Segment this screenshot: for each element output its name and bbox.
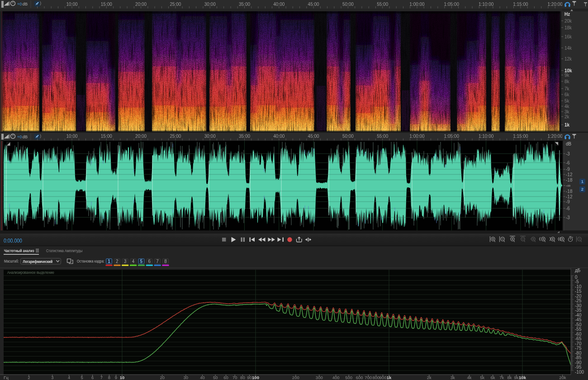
svg-text:9k: 9k [564, 73, 570, 78]
svg-text:6k: 6k [564, 92, 570, 97]
svg-text:): ) [40, 133, 41, 138]
svg-text:3k: 3k [564, 109, 570, 114]
svg-text:1:00:00: 1:00:00 [409, 134, 425, 139]
svg-text:дБ: дБ [575, 268, 581, 273]
svg-text:55:00: 55:00 [377, 134, 388, 139]
svg-text:18k: 18k [564, 25, 572, 30]
svg-text:dB: dB [23, 134, 28, 139]
svg-text:30:00: 30:00 [204, 134, 216, 139]
svg-text:3: 3 [124, 259, 127, 264]
svg-text:-90: -90 [575, 360, 582, 365]
svg-text:-20: -20 [575, 294, 582, 299]
svg-text:1: 1 [581, 179, 584, 184]
svg-text:16k: 16k [564, 34, 572, 39]
svg-text:-35: -35 [575, 308, 582, 313]
svg-text:50:00: 50:00 [342, 2, 354, 7]
svg-text:-55: -55 [575, 327, 582, 332]
svg-text:1: 1 [108, 259, 110, 264]
svg-text:5k: 5k [564, 99, 570, 103]
svg-text:1:15:00: 1:15:00 [513, 2, 528, 7]
svg-text:-15: -15 [575, 289, 582, 294]
svg-text:20:00: 20:00 [135, 134, 147, 139]
svg-text:1:10:00: 1:10:00 [479, 134, 494, 139]
svg-text:Hz: Hz [564, 12, 570, 17]
svg-text:7: 7 [156, 259, 159, 264]
svg-text:-65: -65 [575, 336, 582, 341]
svg-text:-9: -9 [566, 199, 570, 204]
svg-text:1:20:00: 1:20:00 [548, 134, 563, 139]
svg-text:-50: -50 [575, 322, 582, 327]
svg-text:1:00:00: 1:00:00 [409, 2, 425, 7]
svg-text:-95: -95 [575, 365, 582, 370]
svg-text:45:00: 45:00 [308, 134, 319, 139]
svg-text:-∞: -∞ [566, 183, 570, 188]
svg-text:-80: -80 [575, 351, 582, 356]
svg-text:Логарифмический: Логарифмический [23, 259, 53, 264]
svg-text:-12: -12 [566, 172, 573, 177]
svg-text:-10: -10 [575, 284, 582, 289]
svg-text:-12: -12 [566, 194, 573, 199]
svg-text:dB: dB [566, 141, 572, 146]
svg-text:35:00: 35:00 [239, 2, 250, 7]
svg-text:2: 2 [116, 259, 119, 264]
svg-text:1:05:00: 1:05:00 [444, 134, 460, 139]
svg-text:0:00.000: 0:00.000 [4, 237, 22, 244]
svg-text:-30: -30 [575, 303, 582, 308]
svg-text:+0: +0 [17, 134, 22, 139]
svg-text:20:00: 20:00 [135, 2, 147, 7]
svg-text:15:00: 15:00 [101, 134, 112, 139]
svg-text:6: 6 [148, 259, 151, 264]
svg-text:Гц: Гц [4, 375, 9, 380]
svg-text:-6: -6 [566, 160, 570, 165]
svg-text:10:00: 10:00 [66, 134, 77, 139]
svg-text:-6: -6 [566, 206, 570, 211]
svg-text:7k: 7k [564, 86, 570, 91]
svg-text:+0: +0 [17, 1, 22, 6]
svg-text:-18: -18 [566, 178, 573, 183]
svg-text:0: 0 [575, 275, 578, 280]
svg-text:50:00: 50:00 [342, 134, 354, 139]
svg-text:45:00: 45:00 [308, 2, 319, 7]
svg-text:-60: -60 [575, 332, 582, 337]
svg-text:-70: -70 [575, 341, 582, 346]
svg-text:5: 5 [140, 259, 143, 264]
svg-text:Анализированное выделение: Анализированное выделение [7, 270, 54, 275]
svg-text:55:00: 55:00 [377, 2, 388, 7]
svg-text:2k: 2k [564, 114, 570, 119]
svg-text:20k: 20k [564, 19, 572, 23]
svg-text:Масштаб:: Масштаб: [4, 258, 19, 263]
svg-text:1:05:00: 1:05:00 [444, 2, 460, 7]
svg-text:-85: -85 [575, 355, 582, 360]
svg-text:-25: -25 [575, 298, 582, 303]
svg-text:4: 4 [132, 259, 135, 264]
svg-text:25:00: 25:00 [170, 2, 181, 7]
svg-text:-100: -100 [575, 370, 584, 375]
svg-text:14k: 14k [564, 46, 572, 51]
svg-text:4k: 4k [564, 104, 570, 109]
svg-text:1k: 1k [564, 122, 570, 127]
svg-text:-3: -3 [566, 215, 570, 220]
svg-text:-45: -45 [575, 317, 582, 322]
svg-text:dB: dB [23, 1, 28, 6]
svg-text:10:00: 10:00 [66, 2, 77, 7]
svg-text:-40: -40 [575, 313, 582, 318]
svg-text:15:00: 15:00 [101, 2, 112, 7]
svg-text:2: 2 [581, 187, 583, 192]
svg-text:25:00: 25:00 [170, 134, 181, 139]
svg-text:-9: -9 [566, 167, 570, 172]
svg-text:40:00: 40:00 [273, 134, 285, 139]
svg-text:): ) [40, 0, 41, 5]
svg-text:Частотный анализ: Частотный анализ [4, 248, 34, 253]
svg-text:Остановка кадра:: Остановка кадра: [77, 258, 104, 263]
svg-text:-75: -75 [575, 346, 582, 351]
svg-text:1:20:00: 1:20:00 [548, 2, 563, 7]
svg-text:-5: -5 [575, 279, 579, 284]
svg-text:8k: 8k [564, 79, 570, 84]
svg-text:8: 8 [164, 259, 167, 264]
svg-text:-18: -18 [566, 189, 573, 194]
svg-text:Статистика Амплитуды: Статистика Амплитуды [46, 248, 82, 253]
svg-text:40:00: 40:00 [273, 2, 285, 7]
svg-text:-3: -3 [566, 151, 570, 156]
svg-text:12k: 12k [564, 56, 572, 61]
svg-text:1:10:00: 1:10:00 [479, 2, 494, 7]
